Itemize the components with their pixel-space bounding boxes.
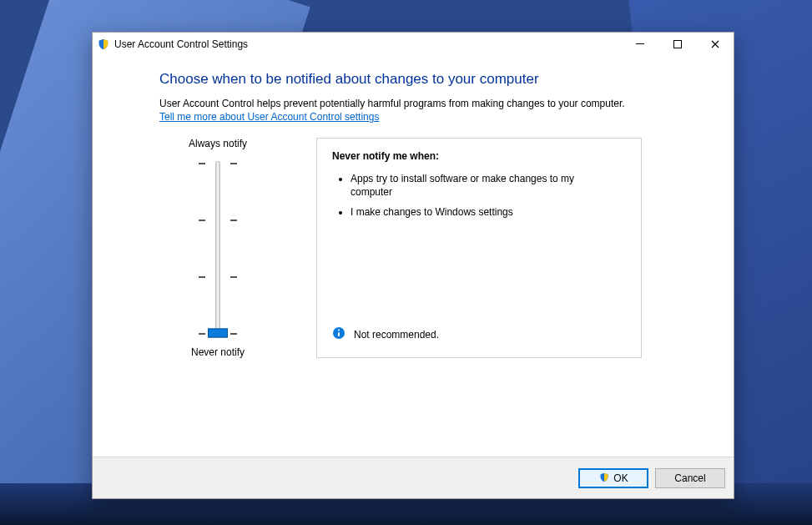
- page-description: User Account Control helps prevent poten…: [159, 98, 675, 109]
- slider-tick: [230, 276, 237, 278]
- notification-slider: Always notify Never notify: [159, 138, 276, 358]
- svg-rect-1: [673, 41, 681, 48]
- slider-tick: [199, 220, 205, 221]
- info-status-text: Not recommended.: [354, 329, 439, 341]
- close-icon: [711, 40, 719, 48]
- shield-icon: [98, 38, 109, 50]
- slider-track[interactable]: [194, 158, 242, 338]
- window-title: User Account Control Settings: [114, 38, 248, 50]
- ok-button[interactable]: OK: [578, 468, 648, 488]
- close-button[interactable]: [696, 33, 734, 56]
- slider-tick: [230, 333, 237, 335]
- slider-tick: [199, 276, 205, 278]
- maximize-icon: [673, 40, 682, 48]
- info-bullet: Apps try to install software or make cha…: [351, 172, 626, 199]
- window-controls: [621, 33, 734, 56]
- ok-button-label: OK: [613, 472, 628, 484]
- slider-bottom-label: Never notify: [191, 346, 245, 358]
- dialog-footer: OK Cancel: [93, 457, 734, 498]
- info-heading: Never notify me when:: [332, 150, 626, 162]
- shield-icon: [598, 472, 610, 484]
- slider-rail: [215, 161, 220, 335]
- slider-tick: [230, 163, 237, 164]
- svg-rect-3: [338, 332, 340, 336]
- minimize-icon: [636, 40, 644, 48]
- content-area: Choose when to be notified about changes…: [93, 56, 734, 457]
- info-panel: Never notify me when: Apps try to instal…: [316, 138, 642, 358]
- maximize-button[interactable]: [658, 33, 696, 56]
- slider-top-label: Always notify: [189, 138, 247, 149]
- info-bullet-list: Apps try to install software or make cha…: [332, 172, 626, 220]
- slider-tick: [230, 220, 237, 221]
- minimize-button[interactable]: [621, 33, 658, 56]
- cancel-button-label: Cancel: [674, 472, 705, 484]
- help-link[interactable]: Tell me more about User Account Control …: [159, 111, 379, 123]
- svg-rect-4: [338, 330, 340, 331]
- info-status: Not recommended.: [332, 326, 439, 342]
- uac-settings-window: User Account Control Settings Choose whe…: [92, 32, 734, 499]
- page-heading: Choose when to be notified about changes…: [159, 71, 675, 88]
- slider-thumb[interactable]: [208, 329, 228, 338]
- svg-rect-0: [636, 43, 644, 44]
- info-bullet: I make changes to Windows settings: [351, 205, 626, 219]
- slider-tick: [199, 333, 205, 335]
- cancel-button[interactable]: Cancel: [655, 468, 725, 488]
- info-icon: [332, 326, 345, 342]
- titlebar[interactable]: User Account Control Settings: [93, 33, 734, 56]
- slider-tick: [199, 163, 205, 164]
